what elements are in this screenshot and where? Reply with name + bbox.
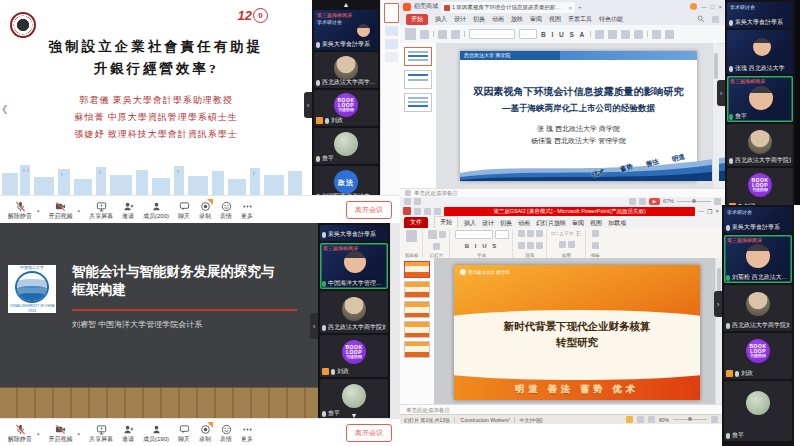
new-slide-icon[interactable] (428, 230, 437, 239)
participant-tile[interactable]: BOOK LOOP 书迷校园 刘政 (320, 335, 388, 377)
mute-caret[interactable]: ▴ (37, 207, 40, 213)
slide-thumbnail[interactable] (404, 70, 432, 89)
chat-button[interactable]: 聊天 (178, 424, 190, 442)
canvas-scrollbar[interactable] (715, 258, 722, 405)
unmute-button[interactable]: 解除静音 (8, 424, 32, 442)
bullets-icon[interactable] (621, 30, 630, 39)
window-close-button[interactable]: × (718, 4, 722, 10)
scroll-up-icon[interactable]: ▲ (314, 2, 378, 8)
participant-tile[interactable]: 詹平 (314, 128, 378, 164)
spellcheck-icon[interactable] (414, 198, 421, 205)
camera-caret[interactable]: ▴ (78, 207, 81, 213)
tab-close-icon[interactable]: × (568, 5, 572, 11)
chat-button[interactable]: 聊天 (178, 201, 190, 219)
format-painter-icon[interactable] (420, 30, 429, 39)
slide-thumbnail[interactable] (404, 341, 430, 358)
align-center-icon[interactable] (527, 242, 534, 249)
window-close-button[interactable]: × (715, 208, 719, 214)
tab-view[interactable]: 视图 (590, 219, 602, 228)
more-button[interactable]: 更多 (241, 424, 253, 442)
paste-icon[interactable] (405, 28, 416, 40)
align-center-icon[interactable] (608, 30, 617, 39)
tab-design[interactable]: 设计 (454, 15, 466, 24)
share-screen-button[interactable]: 共享屏幕 (89, 201, 113, 219)
sorter-view-icon[interactable] (639, 198, 646, 205)
tab-slideshow[interactable]: 放映 (511, 15, 523, 24)
participant-tile[interactable]: 西北政法大学商学... (314, 52, 378, 88)
emoji-button[interactable]: 表情 (220, 424, 232, 442)
numbering-icon[interactable] (527, 230, 534, 237)
canvas-scrollbar[interactable] (712, 43, 719, 189)
slide-thumbnail-selected[interactable] (404, 261, 430, 278)
tab-home[interactable]: 开始 (406, 14, 428, 25)
shapes-icon[interactable] (652, 30, 661, 39)
participant-tile-speaking[interactable]: 第三届海峡两岸 中国海洋大学管理... (320, 243, 388, 289)
participant-tile[interactable]: BOOK LOOP 书迷校园 刘政 (724, 333, 792, 379)
font-name-select[interactable] (469, 29, 515, 39)
share-button[interactable] (712, 16, 719, 23)
participant-tile[interactable]: 東吳大學會計學系 (320, 225, 388, 241)
layout-icon[interactable] (439, 231, 446, 238)
bullets-icon[interactable] (518, 230, 525, 237)
tab-slideshow[interactable]: 幻灯片放映 (536, 219, 566, 228)
participant-tile[interactable]: 西北政法大学商学院刘... (724, 285, 792, 331)
search-icon[interactable] (697, 15, 705, 23)
paste-icon[interactable] (406, 230, 417, 242)
save-icon[interactable] (414, 208, 421, 215)
account-avatar[interactable] (690, 3, 697, 10)
invite-button[interactable]: 邀请 (122, 201, 134, 219)
font-style-buttons[interactable]: B I U S A (541, 31, 586, 38)
participant-tile[interactable]: 学术研讨会 東吳大學會計學系 (724, 207, 792, 233)
slide-thumbnail[interactable] (404, 281, 430, 298)
camera-button[interactable]: 开启视频 (49, 424, 73, 442)
record-button[interactable]: 录制 (199, 201, 211, 219)
new-slide-icon[interactable] (438, 30, 447, 39)
tab-devtools[interactable]: 开发工具 (568, 15, 592, 24)
layout-icon[interactable] (451, 30, 460, 39)
zoom-slider[interactable] (677, 201, 711, 202)
font-style-buttons[interactable]: B I U S (465, 243, 498, 249)
slide-thumbnail-selected[interactable] (404, 47, 432, 66)
normal-view-icon[interactable] (626, 416, 633, 423)
zoom-slider[interactable] (673, 419, 707, 420)
members-button[interactable]: 成员(200) (143, 201, 169, 219)
redo-icon[interactable] (434, 208, 441, 215)
text-box-icon[interactable] (665, 30, 674, 39)
window-maximize-button[interactable]: □ (711, 4, 715, 10)
sidebar-collapse-tab[interactable]: › (304, 92, 312, 118)
camera-button[interactable]: 开启视频 (49, 201, 73, 219)
slideshow-play-button[interactable]: ▶ (649, 198, 660, 205)
wps-logo-icon[interactable] (403, 3, 411, 11)
reset-icon[interactable] (433, 243, 440, 250)
window-minimize-button[interactable]: — (701, 4, 707, 10)
notes-bar[interactable]: 单击此处添加备注 (400, 188, 725, 197)
align-right-icon[interactable] (536, 242, 543, 249)
participant-tile[interactable]: 詹平 (724, 381, 792, 441)
more-button[interactable]: 更多 (241, 201, 253, 219)
sidebar-collapse-tab[interactable]: › (714, 291, 722, 317)
share-screen-button[interactable]: 共享屏幕 (89, 424, 113, 442)
normal-view-icon[interactable] (629, 198, 636, 205)
fit-window-icon[interactable] (714, 198, 721, 205)
participant-tile-speaking[interactable]: 第三届海峡两岸 詹平 (727, 76, 793, 122)
tab-file[interactable]: 文件 (404, 217, 428, 228)
replace-icon[interactable] (592, 242, 599, 249)
theme-icon[interactable] (404, 198, 411, 205)
sidebar-collapse-tab[interactable]: › (717, 80, 725, 106)
scroll-down-icon[interactable]: ▼ (320, 413, 388, 419)
tab-review[interactable]: 审阅 (530, 15, 542, 24)
indent-icon[interactable] (536, 230, 543, 237)
mute-caret[interactable]: ▴ (37, 430, 40, 436)
participant-tile[interactable]: 学术研讨会 東吳大學會計學系 (727, 2, 793, 28)
tab-animation[interactable]: 动画 (518, 219, 530, 228)
window-minimize-button[interactable]: — (698, 208, 704, 214)
emoji-button[interactable]: 表情 (220, 201, 232, 219)
current-slide[interactable]: 西北政法大学 商学院 双因素视角下环境会计信息披露质量的影响研究 —基于海峡两岸… (460, 51, 697, 181)
find-icon[interactable] (592, 230, 599, 237)
store-tab[interactable]: 稻壳商城 (414, 2, 438, 11)
record-button[interactable]: 录制 (199, 424, 211, 442)
slide-thumbnail[interactable] (404, 301, 430, 318)
align-left-icon[interactable] (595, 30, 604, 39)
font-size-select[interactable] (495, 230, 509, 239)
slide-prev-arrow[interactable]: ❮ (1, 104, 9, 114)
